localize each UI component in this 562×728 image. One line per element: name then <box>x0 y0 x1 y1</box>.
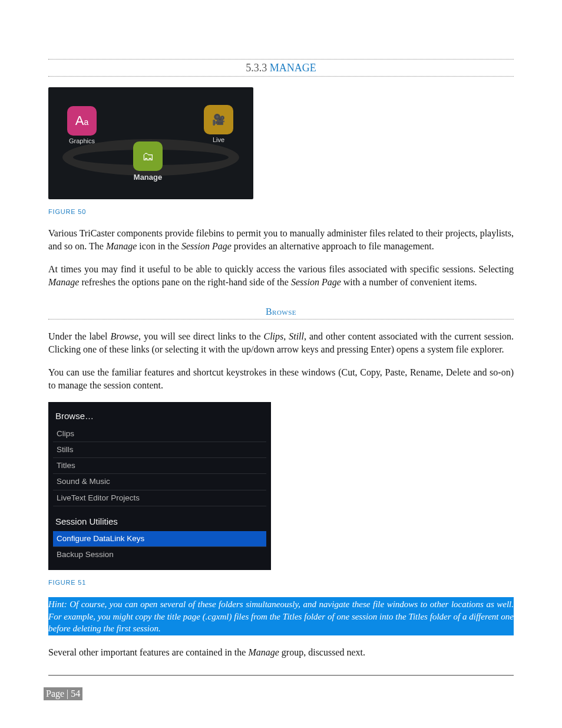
paragraph-2: At times you may find it useful to be ab… <box>48 263 514 288</box>
camera-icon: 🎥 <box>212 113 225 127</box>
folder-icon: 🗂 <box>142 149 154 164</box>
list-item[interactable]: Backup Session <box>53 547 266 562</box>
list-item[interactable]: LiveText Editor Projects <box>53 490 266 506</box>
figure-51-caption: FIGURE 51 <box>48 578 514 587</box>
live-badge: 🎥 Live <box>201 105 236 144</box>
list-item[interactable]: Stills <box>53 442 266 458</box>
figure-51-image: Browse… Clips Stills Titles Sound & Musi… <box>48 402 271 569</box>
figure-50-image: Aa Graphics 🎥 Live 🗂 Manage <box>48 87 253 199</box>
graphics-badge: Aa Graphics <box>65 106 99 146</box>
figure-50-caption: FIGURE 50 <box>48 207 514 216</box>
paragraph-5: Several other important features are con… <box>48 646 514 659</box>
list-item[interactable]: Clips <box>53 426 266 442</box>
graphics-label: Graphics <box>65 137 99 146</box>
browse-subheading: Browse <box>48 304 514 320</box>
list-item[interactable]: Sound & Music <box>53 474 266 490</box>
page-number: Page | 54 <box>44 687 82 700</box>
list-item[interactable]: Configure DataLink Keys <box>53 531 266 547</box>
footer-rule <box>48 675 514 676</box>
hint-callout: Hint: Of course, you can open several of… <box>48 597 514 635</box>
paragraph-4: You can use the familiar features and sh… <box>48 366 514 391</box>
manage-label: Manage <box>131 172 165 183</box>
paragraph-1: Various TriCaster components provide fil… <box>48 227 514 252</box>
live-label: Live <box>201 136 236 144</box>
section-heading: 5.3.3 MANAGE <box>48 59 514 77</box>
section-title: MANAGE <box>270 62 316 74</box>
list-item[interactable]: Titles <box>53 458 266 474</box>
manage-badge: 🗂 Manage <box>131 141 165 183</box>
graphics-icon: Aa <box>75 112 88 130</box>
browse-header: Browse… <box>53 407 266 426</box>
session-utilities-header: Session Utilities <box>53 512 266 531</box>
section-number: 5.3.3 <box>246 62 267 74</box>
paragraph-3: Under the label Browse, you will see dir… <box>48 330 514 355</box>
